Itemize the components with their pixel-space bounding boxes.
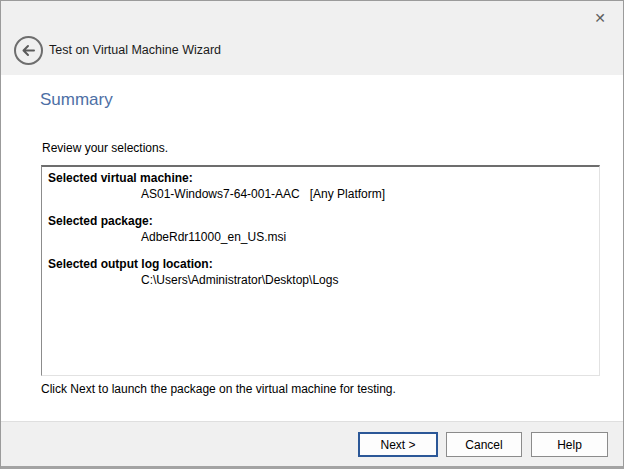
titlebar: ✕ Test on Virtual Machine Wizard [1,1,623,75]
wizard-title: Test on Virtual Machine Wizard [49,43,221,57]
arrow-left-icon [20,42,37,59]
summary-item-value: AS01-Windows7-64-001-AAC [Any Platform] [48,186,593,202]
summary-box: Selected virtual machine: AS01-Windows7-… [41,165,600,376]
cancel-button[interactable]: Cancel [446,432,522,457]
wizard-window: ✕ Test on Virtual Machine Wizard Summary… [0,0,624,469]
close-button[interactable]: ✕ [585,5,615,31]
summary-item: Selected virtual machine: AS01-Windows7-… [48,170,593,202]
page-title: Summary [40,90,113,110]
summary-item: Selected output log location: C:\Users\A… [48,256,593,288]
back-button[interactable] [14,36,43,65]
button-strip [1,421,623,466]
footer-note: Click Next to launch the package on the … [41,382,396,396]
help-button[interactable]: Help [531,432,608,457]
summary-item-label: Selected output log location: [48,256,593,272]
summary-item-label: Selected package: [48,213,593,229]
summary-item-value: C:\Users\Administrator\Desktop\Logs [48,272,593,288]
close-icon: ✕ [594,10,606,26]
summary-item-value: AdbeRdr11000_en_US.msi [48,229,593,245]
summary-item-label: Selected virtual machine: [48,170,593,186]
summary-item: Selected package: AdbeRdr11000_en_US.msi [48,213,593,245]
next-button[interactable]: Next > [358,432,438,457]
instruction-text: Review your selections. [42,141,168,155]
